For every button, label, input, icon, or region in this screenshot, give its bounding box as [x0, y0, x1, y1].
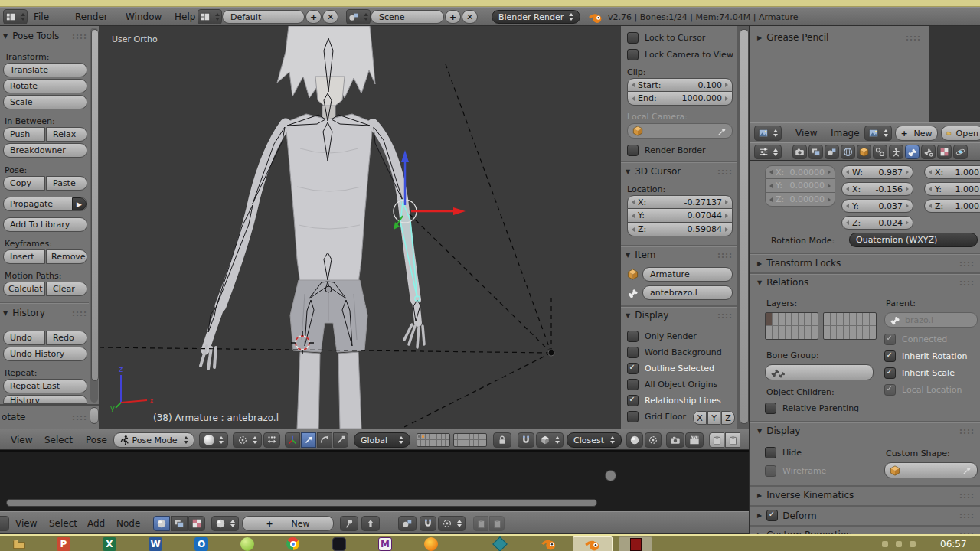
add-to-library-button[interactable]: Add To Library [3, 217, 87, 232]
taskbar-outlook-icon[interactable]: O [194, 537, 208, 551]
relationship-lines-row[interactable]: Relationship Lines [627, 395, 734, 406]
panel-grip-icon[interactable]: :::: [959, 491, 975, 500]
tab-render[interactable] [792, 145, 807, 159]
tab-scene[interactable] [825, 145, 839, 159]
connected-row[interactable]: Connected [884, 334, 978, 345]
image-open-button[interactable]: Open [941, 126, 980, 141]
checkbox-icon[interactable] [884, 350, 896, 362]
taskbar-excel-icon[interactable]: X [103, 537, 116, 551]
inherit-scale-row[interactable]: Inherit Scale [884, 367, 978, 379]
vp-menu-select[interactable]: Select [44, 435, 73, 445]
scale-button[interactable]: Scale [3, 95, 87, 109]
screen-layout-close-button[interactable]: ✕ [322, 10, 338, 24]
item-panel-header[interactable]: ▼ Item :::: [626, 249, 733, 260]
menu-render[interactable]: Render [75, 11, 108, 22]
axis-y-button[interactable]: Y [707, 411, 720, 425]
tray-icon[interactable] [910, 541, 916, 547]
bone-group-field[interactable] [765, 364, 874, 380]
manipulate-centers-button[interactable] [263, 432, 280, 448]
taskbar-red-app-button[interactable] [619, 536, 652, 551]
pose-tools-panel-header[interactable]: ▼ Pose Tools :::: [3, 31, 87, 41]
relations-panel-header[interactable]: ▼ Relations :::: [757, 277, 975, 288]
checkbox-icon[interactable] [627, 379, 639, 390]
repeat-last-button[interactable]: Repeat Last [3, 379, 87, 393]
taskbar-teal-app-icon[interactable] [492, 536, 508, 551]
cursor-z-field[interactable]: Z:-0.59084 [627, 223, 733, 236]
taskbar-firefox-icon[interactable] [424, 537, 438, 551]
deform-panel-header[interactable]: ▶ Deform :::: [757, 510, 975, 521]
clip-start-field[interactable]: Start:0.100 [627, 78, 733, 92]
checkbox-icon[interactable] [627, 32, 639, 44]
screen-layout-name[interactable]: Default [222, 10, 305, 24]
image-editor-canvas[interactable] [929, 26, 980, 122]
node-editor-type-button[interactable] [0, 516, 9, 531]
viewport-3d[interactable]: z x y User Ortho (38) Armature : antebra… [100, 26, 620, 429]
object-name-field[interactable]: Armature [642, 267, 733, 282]
scene-icon-button[interactable] [346, 9, 371, 24]
scale-z-field[interactable]: Z:1.000 [924, 199, 980, 213]
vp-menu-pose[interactable]: Pose [86, 435, 107, 445]
proportional-edit-button[interactable] [626, 432, 643, 448]
checkbox-icon[interactable] [627, 347, 639, 358]
panel-grip-icon[interactable]: :::: [72, 32, 87, 41]
checkbox-icon[interactable] [627, 145, 639, 156]
panel-grip-icon[interactable]: :::: [959, 279, 975, 287]
bone-display-panel-header[interactable]: ▼ Display :::: [757, 425, 975, 436]
checkbox-icon[interactable] [627, 363, 639, 374]
tab-armature-data[interactable] [889, 145, 903, 159]
node-v-scroll-knob[interactable] [605, 470, 616, 481]
display-panel-header[interactable]: ▼ Display :::: [626, 310, 733, 321]
panel-grip-icon[interactable]: :::: [959, 427, 975, 435]
grid-floor-row[interactable]: Grid Floor [627, 411, 693, 422]
rotation-mode-select[interactable]: Quaternion (WXYZ) [849, 233, 978, 247]
viewport-shading-button[interactable] [199, 432, 228, 448]
pin-button[interactable] [340, 516, 358, 531]
bone-name-field[interactable]: antebrazo.l [642, 285, 733, 300]
rot-x-field[interactable]: X:-0.156 [841, 182, 913, 196]
node-paste-button[interactable] [489, 516, 505, 531]
go-parent-node-button[interactable] [361, 516, 380, 531]
vp-menu-view[interactable]: View [11, 435, 32, 445]
loc-x-field[interactable]: X:0.00000 [765, 165, 835, 179]
history-panel-header[interactable]: ▼ History :::: [3, 308, 87, 318]
breakdowner-button[interactable]: Breakdowner [3, 143, 87, 158]
tab-texture[interactable] [937, 145, 952, 159]
image-select-button[interactable] [864, 126, 892, 141]
outline-selected-row[interactable]: Outline Selected [627, 363, 734, 374]
panel-grip-icon[interactable]: :::: [72, 413, 87, 422]
tab-constraints[interactable] [873, 145, 887, 159]
checkbox-icon[interactable] [627, 331, 639, 342]
rotate-button[interactable]: Rotate [3, 79, 87, 93]
axis-z-button[interactable]: Z [721, 411, 735, 425]
world-background-row[interactable]: World Background [627, 347, 734, 358]
inherit-rotation-row[interactable]: Inherit Rotation [884, 350, 978, 362]
pivot-point-button[interactable] [233, 432, 262, 448]
clip-end-field[interactable]: End:1000.000 [627, 92, 733, 106]
node-h-scrollbar[interactable] [6, 499, 597, 507]
lock-to-scene-button[interactable] [493, 432, 511, 448]
texture-nodes-button[interactable] [188, 516, 205, 531]
panel-grip-icon[interactable]: :::: [906, 34, 921, 42]
grease-pencil-panel-header[interactable]: ▶ Grease Pencil :::: [757, 32, 921, 43]
tab-bone-constraints[interactable] [921, 145, 936, 159]
undo-history-button[interactable]: Undo History [3, 347, 87, 361]
checkbox-icon[interactable] [884, 367, 896, 379]
cursor-y-field[interactable]: Y:0.07044 [627, 209, 733, 223]
tray-icon[interactable] [896, 541, 902, 547]
panel-grip-icon[interactable]: :::: [717, 168, 733, 176]
panel-grip-icon[interactable]: :::: [717, 311, 733, 320]
checkbox-icon[interactable] [765, 447, 776, 458]
calculate-paths-button[interactable]: Calculat [3, 282, 45, 296]
loc-z-field[interactable]: Z:0.00000 [765, 193, 835, 207]
cursor-x-field[interactable]: X:-0.27137 [627, 195, 733, 209]
menu-window[interactable]: Window [126, 11, 162, 22]
scale-manipulator-button[interactable] [333, 432, 348, 448]
scene-add-button[interactable]: + [445, 10, 461, 24]
relax-button[interactable]: Relax [46, 127, 87, 142]
snap-target-select[interactable]: Closest [567, 432, 622, 448]
push-button[interactable]: Push [3, 127, 45, 142]
taskbar-medibang-icon[interactable]: M [378, 537, 392, 551]
menu-help[interactable]: Help [175, 11, 195, 22]
tool-shelf-scroll-knob[interactable] [90, 407, 99, 424]
cursor-3d-panel-header[interactable]: ▼ 3D Cursor :::: [626, 166, 733, 177]
